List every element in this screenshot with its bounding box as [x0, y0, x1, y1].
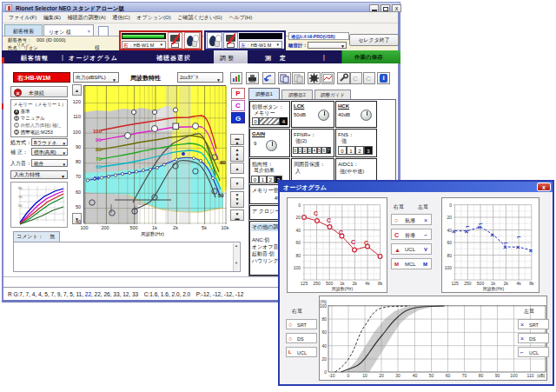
- svg-text:80: 80: [295, 253, 301, 258]
- svg-text:250: 250: [464, 281, 472, 286]
- svg-text:100: 100: [510, 373, 518, 378]
- svg-text:⌐: ⌐: [517, 233, 521, 241]
- svg-text:250: 250: [313, 281, 321, 286]
- svg-text:⌐: ⌐: [504, 239, 508, 247]
- svg-text:100: 100: [320, 303, 327, 309]
- svg-text:60: 60: [446, 373, 451, 378]
- svg-text:×: ×: [490, 231, 494, 239]
- svg-text:2k: 2k: [353, 281, 358, 286]
- svg-text:C: C: [314, 210, 318, 216]
- svg-text:80: 80: [321, 316, 327, 322]
- svg-text:60: 60: [295, 240, 301, 245]
- svg-text:60: 60: [96, 164, 102, 169]
- svg-text:×: ×: [516, 243, 520, 251]
- svg-text:40: 40: [413, 373, 418, 378]
- svg-text:125: 125: [451, 281, 459, 286]
- svg-text:C: C: [364, 240, 368, 246]
- svg-text:50: 50: [18, 203, 23, 208]
- svg-text:70: 70: [18, 195, 23, 199]
- svg-text:C: C: [353, 75, 358, 83]
- svg-text:110: 110: [527, 373, 534, 378]
- svg-text:2k: 2k: [504, 281, 509, 286]
- svg-text:0: 0: [298, 203, 301, 208]
- svg-text:0: 0: [449, 203, 452, 208]
- svg-text:0: 0: [348, 373, 350, 378]
- svg-text:⌐: ⌐: [479, 220, 483, 228]
- svg-text:100: 100: [445, 265, 453, 270]
- svg-text:×: ×: [452, 228, 456, 236]
- svg-text:8k: 8k: [378, 281, 383, 286]
- svg-text:100: 100: [294, 265, 301, 270]
- svg-text:50: 50: [429, 373, 434, 378]
- svg-text:20: 20: [321, 356, 327, 362]
- svg-text:125: 125: [301, 281, 308, 286]
- svg-text:50: 50: [94, 176, 100, 181]
- svg-text:60: 60: [321, 329, 327, 335]
- svg-text:10: 10: [362, 373, 367, 378]
- svg-text:90: 90: [96, 137, 102, 143]
- svg-text:(dB): (dB): [537, 373, 546, 378]
- svg-text:×: ×: [528, 247, 533, 255]
- svg-text:⌐: ⌐: [466, 223, 470, 230]
- svg-text:70: 70: [96, 156, 102, 162]
- svg-text:4k: 4k: [365, 281, 370, 286]
- svg-text:C: C: [327, 217, 331, 223]
- svg-text:0: 0: [324, 369, 327, 375]
- svg-text:100: 100: [93, 129, 103, 134]
- svg-text:40: 40: [321, 343, 327, 349]
- svg-text:90: 90: [220, 160, 226, 165]
- svg-text:80: 80: [447, 253, 452, 258]
- svg-text:40: 40: [447, 228, 452, 233]
- svg-text:20: 20: [379, 373, 384, 378]
- svg-text:周波数(Hz): 周波数(Hz): [332, 286, 354, 292]
- svg-text:4k: 4k: [516, 281, 521, 286]
- svg-text:80: 80: [96, 147, 102, 152]
- svg-text:-10: -10: [328, 373, 334, 378]
- svg-text:周波数(Hz): 周波数(Hz): [483, 286, 505, 292]
- svg-text:50: 50: [218, 193, 224, 198]
- svg-text:C: C: [339, 229, 343, 236]
- svg-text:90: 90: [18, 186, 23, 190]
- svg-text:C: C: [351, 239, 355, 245]
- svg-text:20: 20: [447, 215, 452, 220]
- svg-text:80: 80: [479, 373, 484, 378]
- svg-text:20: 20: [295, 215, 301, 220]
- svg-text:90: 90: [495, 373, 500, 378]
- svg-text:70: 70: [462, 373, 467, 378]
- svg-text:40: 40: [295, 228, 301, 233]
- svg-text:60: 60: [447, 240, 452, 245]
- svg-text:8k: 8k: [529, 281, 534, 286]
- svg-text:30: 30: [395, 373, 400, 378]
- svg-text:C: C: [366, 75, 371, 83]
